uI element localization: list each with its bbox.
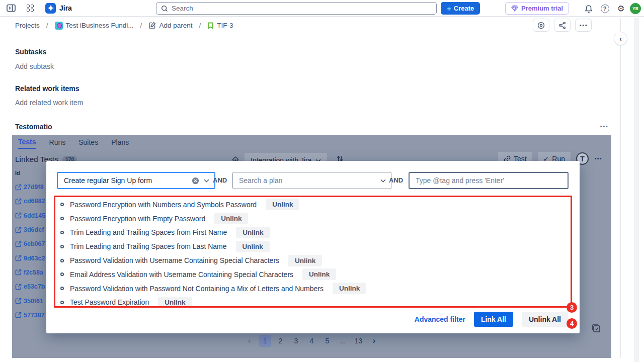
right-panel-divider	[620, 18, 621, 358]
suite-filter-value: Create regular Sign Up form	[64, 176, 192, 185]
link-all-button[interactable]: Link All	[474, 312, 513, 327]
expand-panel-chevron-icon[interactable]: ‹	[614, 32, 627, 45]
test-id-row[interactable]: 350f61	[15, 294, 47, 308]
pagination-page-2[interactable]: 2	[275, 335, 287, 347]
test-bullet-icon	[60, 259, 64, 262]
test-id-row[interactable]: 6dd145	[15, 209, 47, 223]
test-id-link[interactable]: 577387	[24, 312, 45, 319]
test-id-row[interactable]: 3d6dcf	[15, 223, 47, 237]
test-id-row[interactable]: 27d9f8	[15, 180, 47, 194]
test-id-link[interactable]: 3d6dcf	[24, 226, 44, 233]
widget-tabs: TestsRunsSuitesPlans	[12, 135, 611, 149]
testomatio-more-icon[interactable]: ⋯	[600, 122, 608, 131]
page-scrollbar[interactable]	[634, 18, 639, 362]
test-id-row[interactable]: 6eb067	[15, 237, 47, 251]
pagination-prev-icon[interactable]: ‹	[244, 335, 256, 347]
tab-tests[interactable]: Tests	[18, 138, 36, 149]
edit-icon	[148, 22, 156, 29]
add-related-link[interactable]: Add related work item	[15, 99, 83, 107]
external-link-icon	[15, 212, 22, 219]
notifications-bell-icon[interactable]	[582, 2, 596, 15]
add-subtask-link[interactable]: Add subtask	[15, 62, 54, 70]
unlink-button[interactable]: Unlink	[333, 283, 366, 294]
unlink-button[interactable]: Unlink	[236, 241, 270, 252]
help-icon[interactable]: ?	[598, 2, 612, 15]
pagination-next-icon[interactable]: ›	[368, 335, 380, 347]
unlink-button[interactable]: Unlink	[266, 199, 299, 210]
pagination: ‹12345...13›	[12, 335, 611, 347]
pagination-page-13[interactable]: 13	[353, 335, 365, 347]
test-id-row[interactable]: e53c7b	[15, 280, 47, 294]
pagination-page-3[interactable]: 3	[290, 335, 302, 347]
external-link-icon	[15, 184, 22, 191]
widget-more-icon[interactable]: ⋯	[594, 154, 602, 163]
and-label: AND	[213, 176, 226, 184]
unlink-button[interactable]: Unlink	[158, 297, 192, 308]
tab-runs[interactable]: Runs	[49, 138, 66, 148]
test-id-link[interactable]: f2c58a	[24, 269, 43, 276]
share-icon[interactable]	[554, 19, 571, 32]
breadcrumb-projects[interactable]: Projects	[15, 22, 40, 29]
test-bullet-icon	[60, 287, 64, 290]
test-id-link[interactable]: e53c7b	[24, 283, 45, 290]
chevron-down-icon[interactable]	[204, 179, 209, 183]
test-name: Password Validation with Password Not Co…	[70, 285, 324, 293]
unlink-button[interactable]: Unlink	[214, 213, 248, 224]
unlink-button[interactable]: Unlink	[302, 268, 336, 280]
pagination-page-4[interactable]: 4	[306, 335, 318, 347]
advanced-filter-link[interactable]: Advanced filter	[415, 315, 465, 323]
tab-suites[interactable]: Suites	[78, 138, 98, 148]
linked-test-row: Password Encryption with Empty PasswordU…	[60, 212, 564, 226]
test-name: Test Password Expiration	[70, 298, 149, 306]
pagination-page-1[interactable]: 1	[259, 335, 271, 347]
test-id-row[interactable]: 577387	[15, 308, 47, 322]
jira-brand[interactable]: Jira	[45, 3, 72, 14]
search-icon	[161, 5, 168, 12]
tab-plans[interactable]: Plans	[111, 138, 129, 148]
test-id-link[interactable]: 350f61	[24, 298, 43, 305]
global-search-input[interactable]: Search	[156, 2, 437, 15]
chevron-down-icon[interactable]	[380, 179, 386, 183]
tag-filter-input[interactable]	[409, 172, 569, 189]
user-avatar[interactable]: YB	[630, 3, 641, 14]
clear-icon[interactable]	[192, 177, 199, 185]
test-id-row[interactable]: 9d63c2	[15, 251, 47, 265]
pagination-page-...[interactable]: ...	[337, 335, 349, 347]
test-name: Password Validation with Username Contai…	[70, 256, 279, 264]
settings-gear-icon[interactable]: ⚙	[614, 2, 628, 15]
brand-name: Jira	[59, 4, 72, 12]
linked-test-row: Password Validation with Username Contai…	[60, 253, 564, 267]
breadcrumb-issue-key[interactable]: TIF-3	[217, 22, 233, 29]
plan-filter-select[interactable]: Search a plan	[232, 172, 391, 189]
gem-icon	[511, 5, 518, 12]
multi-select-icon[interactable]	[592, 324, 601, 335]
top-navigation-bar: Jira Search + Create Premium trial	[0, 0, 644, 17]
watch-eye-icon[interactable]	[533, 19, 549, 32]
test-id-row[interactable]: cd6882	[15, 194, 47, 208]
unlink-button[interactable]: Unlink	[236, 227, 270, 238]
sidebar-toggle-icon[interactable]	[4, 2, 18, 15]
linked-test-row: Password Encryption with Numbers and Sym…	[60, 198, 564, 212]
unlink-all-button[interactable]: Unlink All	[522, 312, 568, 327]
breadcrumb-project[interactable]: Test iBusiness Fundi...	[66, 22, 134, 29]
suite-filter-select[interactable]: Create regular Sign Up form	[57, 172, 215, 189]
pagination-page-5[interactable]: 5	[321, 335, 334, 347]
external-link-icon	[15, 284, 22, 290]
create-button[interactable]: + Create	[441, 2, 480, 15]
linked-test-row: Trim Leading and Trailing Spaces from La…	[60, 239, 564, 253]
test-name: Password Encryption with Empty Password	[70, 215, 205, 223]
test-id-link[interactable]: 6dd145	[24, 212, 45, 219]
breadcrumb-add-parent[interactable]: Add parent	[159, 22, 192, 29]
test-id-row[interactable]: f2c58a	[15, 265, 47, 280]
breadcrumb: Projects / Test iBusiness Fundi... / Add…	[0, 17, 620, 34]
test-bullet-icon	[60, 245, 64, 248]
test-id-link[interactable]: 6eb067	[24, 240, 45, 247]
app-switcher-icon[interactable]	[23, 2, 37, 15]
more-actions-icon[interactable]: ⋯	[575, 19, 592, 32]
test-id-link[interactable]: 9d63c2	[24, 255, 45, 262]
premium-trial-button[interactable]: Premium trial	[505, 2, 569, 15]
external-link-icon	[15, 255, 22, 261]
test-id-link[interactable]: cd6882	[24, 198, 45, 205]
test-id-link[interactable]: 27d9f8	[24, 184, 44, 191]
unlink-button[interactable]: Unlink	[288, 255, 322, 266]
